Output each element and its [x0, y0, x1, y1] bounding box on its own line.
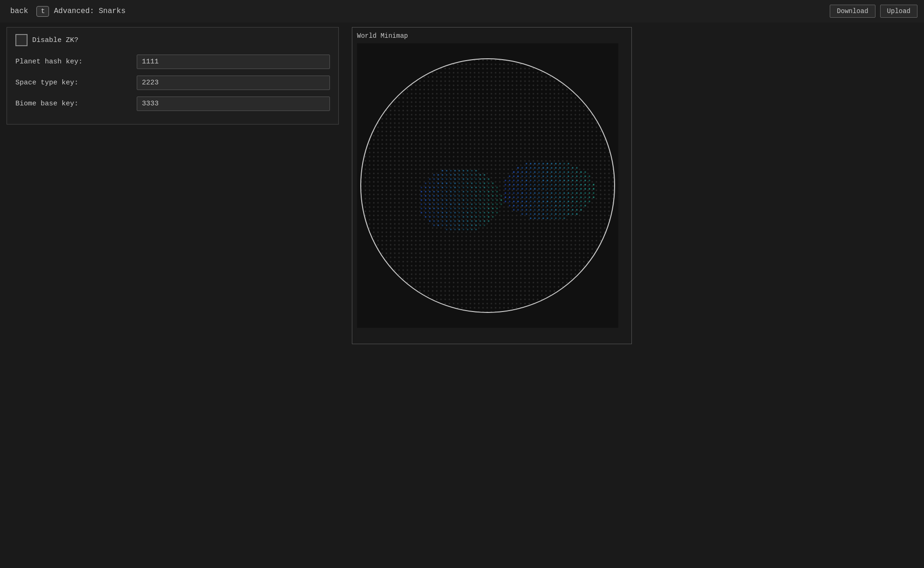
main-layout: Disable ZK? Planet hash key: Space type … — [0, 22, 924, 349]
biome-base-label: Biome base key: — [15, 100, 137, 108]
space-type-label: Space type key: — [15, 79, 137, 87]
disable-zk-row: Disable ZK? — [15, 34, 330, 46]
upload-button[interactable]: Upload — [880, 5, 917, 18]
minimap-title: World Minimap — [357, 32, 627, 40]
t-button[interactable]: t — [36, 6, 49, 17]
biome-base-input[interactable] — [137, 97, 330, 111]
back-button[interactable]: back — [7, 5, 32, 17]
biome-base-row: Biome base key: — [15, 97, 330, 111]
download-button[interactable]: Download — [830, 5, 875, 18]
planet-hash-row: Planet hash key: — [15, 55, 330, 69]
planet-hash-input[interactable] — [137, 55, 330, 69]
page-title: Advanced: Snarks — [54, 7, 825, 15]
planet-hash-label: Planet hash key: — [15, 58, 137, 66]
settings-box: Disable ZK? Planet hash key: Space type … — [7, 27, 339, 125]
space-type-row: Space type key: — [15, 76, 330, 90]
left-panel: Disable ZK? Planet hash key: Space type … — [0, 22, 345, 349]
disable-zk-checkbox[interactable] — [15, 34, 28, 46]
minimap-canvas — [357, 43, 618, 328]
top-bar: back t Advanced: Snarks Download Upload — [0, 0, 924, 22]
disable-zk-label: Disable ZK? — [32, 36, 78, 44]
space-type-input[interactable] — [137, 76, 330, 90]
minimap-container: World Minimap — [352, 27, 632, 344]
right-panel: World Minimap — [345, 22, 924, 349]
minimap-display — [357, 43, 618, 332]
